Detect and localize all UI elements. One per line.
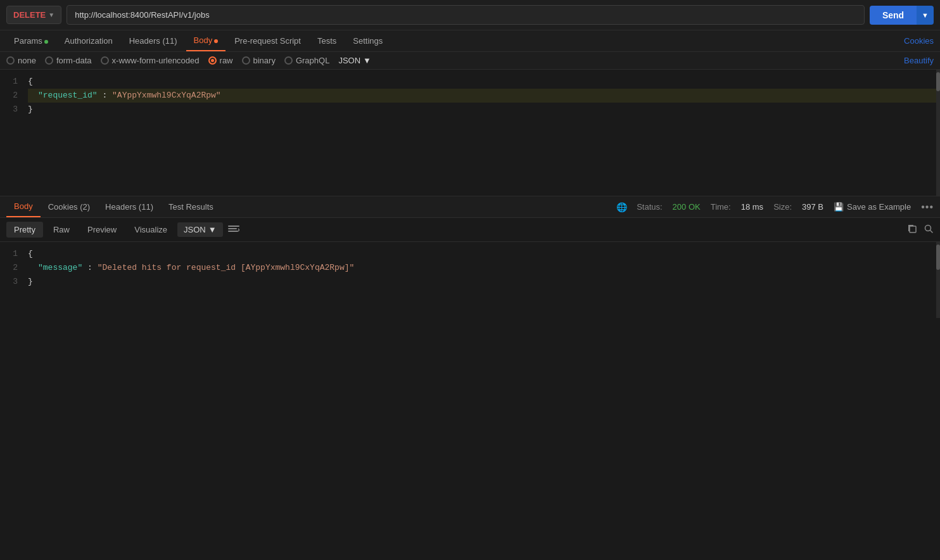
resp-scrollbar[interactable] bbox=[936, 242, 940, 318]
url-input[interactable] bbox=[67, 5, 865, 25]
scrollbar-thumb bbox=[936, 72, 940, 91]
tab-headers[interactable]: Headers (11) bbox=[122, 31, 185, 51]
top-bar: DELETE ▼ Send ▼ bbox=[0, 0, 940, 30]
status-value: 200 OK bbox=[673, 202, 701, 212]
raw-radio bbox=[208, 56, 217, 65]
response-actions bbox=[907, 224, 934, 236]
resp-line-2: "message" : "Deleted hits for request_id… bbox=[28, 261, 940, 275]
request-code[interactable]: 1 2 3 { "request_id" : "AYppYxmwhl9CxYqA… bbox=[0, 70, 940, 122]
req-line-2: "request_id" : "AYppYxmwhl9CxYqA2Rpw" bbox=[28, 89, 940, 103]
request-tab-bar: Params Authorization Headers (11) Body P… bbox=[0, 30, 940, 52]
resp-tab-headers[interactable]: Headers (11) bbox=[98, 197, 161, 217]
view-tab-pretty[interactable]: Pretty bbox=[6, 222, 43, 238]
body-type-bar: none form-data x-www-form-urlencoded raw… bbox=[0, 52, 940, 70]
body-type-graphql[interactable]: GraphQL bbox=[284, 56, 329, 65]
req-key: "request_id" bbox=[38, 91, 98, 100]
svg-rect-2 bbox=[228, 231, 238, 232]
tab-tests[interactable]: Tests bbox=[310, 31, 344, 51]
tab-body[interactable]: Body bbox=[186, 30, 226, 51]
tab-authorization[interactable]: Authorization bbox=[57, 31, 120, 51]
resp-code-lines: { "message" : "Deleted hits for request_… bbox=[25, 247, 940, 289]
code-lines: { "request_id" : "AYppYxmwhl9CxYqA2Rpw" … bbox=[25, 75, 940, 117]
request-editor: 1 2 3 { "request_id" : "AYppYxmwhl9CxYqA… bbox=[0, 70, 940, 196]
send-button-group: Send ▼ bbox=[870, 6, 934, 25]
view-tab-raw[interactable]: Raw bbox=[46, 222, 77, 238]
response-code[interactable]: 1 2 3 { "message" : "Deleted hits for re… bbox=[0, 242, 940, 294]
body-dot bbox=[214, 39, 218, 43]
search-icon[interactable] bbox=[924, 224, 934, 236]
wrap-icon[interactable] bbox=[228, 226, 239, 234]
resp-json-dropdown[interactable]: JSON ▼ bbox=[177, 222, 223, 237]
body-type-binary[interactable]: binary bbox=[242, 56, 276, 65]
line-numbers: 1 2 3 bbox=[0, 75, 25, 117]
resp-key: "message" bbox=[38, 263, 82, 272]
tab-settings[interactable]: Settings bbox=[345, 31, 390, 51]
size-value: 397 B bbox=[802, 202, 823, 212]
save-icon: 💾 bbox=[834, 202, 844, 212]
more-options-icon[interactable]: ••• bbox=[921, 201, 934, 213]
resp-tab-cookies[interactable]: Cookies (2) bbox=[41, 197, 98, 217]
resp-tab-test-results[interactable]: Test Results bbox=[161, 197, 221, 217]
form-data-radio bbox=[45, 56, 53, 65]
copy-icon[interactable] bbox=[907, 224, 917, 236]
cookies-link[interactable]: Cookies bbox=[904, 36, 934, 46]
json-chevron-icon: ▼ bbox=[363, 56, 371, 65]
method-label: DELETE bbox=[13, 10, 46, 20]
view-tab-bar: Pretty Raw Preview Visualize JSON ▼ bbox=[0, 218, 940, 242]
view-tab-preview[interactable]: Preview bbox=[80, 222, 124, 238]
method-chevron-icon: ▼ bbox=[48, 11, 54, 18]
req-line-3: } bbox=[28, 103, 940, 117]
method-dropdown[interactable]: DELETE ▼ bbox=[6, 6, 61, 24]
binary-radio bbox=[242, 56, 250, 65]
svg-rect-3 bbox=[910, 226, 916, 232]
resp-tab-body[interactable]: Body bbox=[6, 196, 41, 217]
response-editor: 1 2 3 { "message" : "Deleted hits for re… bbox=[0, 242, 940, 318]
send-button[interactable]: Send bbox=[870, 6, 917, 25]
response-panel: Body Cookies (2) Headers (11) Test Resul… bbox=[0, 196, 940, 318]
body-type-none[interactable]: none bbox=[6, 56, 36, 65]
view-tab-visualize[interactable]: Visualize bbox=[127, 222, 175, 238]
resp-value: "Deleted hits for request_id [AYppYxmwhl… bbox=[98, 263, 355, 272]
response-tab-bar: Body Cookies (2) Headers (11) Test Resul… bbox=[0, 196, 940, 218]
time-value: 18 ms bbox=[741, 202, 763, 212]
svg-rect-0 bbox=[228, 226, 239, 227]
body-type-form-data[interactable]: form-data bbox=[45, 56, 92, 65]
editor-scrollbar[interactable] bbox=[936, 70, 940, 196]
send-dropdown-button[interactable]: ▼ bbox=[917, 6, 934, 25]
req-line-1: { bbox=[28, 75, 940, 89]
tab-pre-request[interactable]: Pre-request Script bbox=[227, 31, 308, 51]
resp-line-numbers: 1 2 3 bbox=[0, 247, 25, 289]
tab-params[interactable]: Params bbox=[6, 31, 56, 51]
resp-scrollbar-thumb bbox=[936, 245, 940, 270]
response-status-bar: 🌐 Status: 200 OK Time: 18 ms Size: 397 B… bbox=[616, 201, 934, 213]
beautify-button[interactable]: Beautify bbox=[904, 56, 934, 65]
globe-icon: 🌐 bbox=[616, 202, 626, 212]
svg-line-5 bbox=[930, 230, 933, 232]
body-type-urlencoded[interactable]: x-www-form-urlencoded bbox=[101, 56, 200, 65]
graphql-radio bbox=[284, 56, 293, 65]
resp-line-3: } bbox=[28, 275, 940, 289]
params-dot bbox=[44, 40, 48, 44]
resp-json-chevron-icon: ▼ bbox=[208, 225, 217, 234]
body-type-raw[interactable]: raw bbox=[208, 56, 233, 65]
json-format-dropdown[interactable]: JSON ▼ bbox=[338, 56, 371, 65]
resp-line-1: { bbox=[28, 247, 940, 261]
urlencoded-radio bbox=[101, 56, 109, 65]
svg-rect-1 bbox=[228, 228, 237, 229]
save-example-button[interactable]: 💾 Save as Example bbox=[834, 202, 911, 212]
req-value: "AYppYxmwhl9CxYqA2Rpw" bbox=[112, 91, 221, 100]
none-radio bbox=[6, 56, 15, 65]
